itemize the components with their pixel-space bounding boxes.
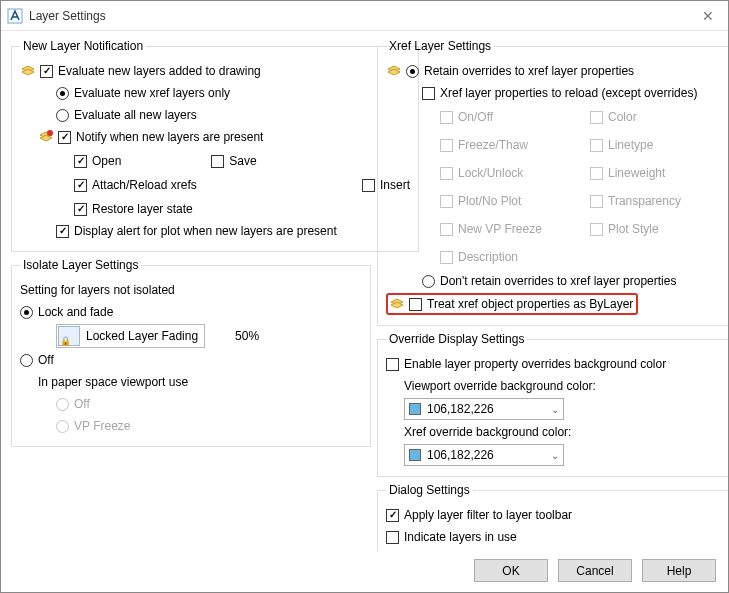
locked-layer-fading-label: Locked Layer Fading <box>86 329 198 343</box>
freeze-label: Freeze/Thaw <box>458 138 528 152</box>
evaluate-new-label: Evaluate new layers added to drawing <box>58 64 261 78</box>
xref-layer-settings-group: Xref Layer Settings Retain overrides to … <box>377 39 728 326</box>
lineweight-checkbox <box>590 167 603 180</box>
xref-color-label: Xref override background color: <box>404 425 571 439</box>
chevron-down-icon: ⌄ <box>551 450 559 461</box>
layers-icon <box>20 63 36 79</box>
color-swatch-icon <box>409 403 421 415</box>
eval-xref-only-radio[interactable] <box>56 87 69 100</box>
group-legend: Dialog Settings <box>386 483 473 497</box>
display-alert-checkbox[interactable]: ✓ <box>56 225 69 238</box>
app-icon <box>7 8 23 24</box>
cancel-button[interactable]: Cancel <box>558 559 632 582</box>
notify-present-checkbox[interactable]: ✓ <box>58 131 71 144</box>
locked-layer-fading-control[interactable]: Locked Layer Fading <box>56 324 205 348</box>
dont-retain-radio[interactable] <box>422 275 435 288</box>
ok-button[interactable]: OK <box>474 559 548 582</box>
off-label: Off <box>38 353 54 367</box>
dialog-settings-group: Dialog Settings ✓ Apply layer filter to … <box>377 483 728 551</box>
retain-radio[interactable] <box>406 65 419 78</box>
newvp-label: New VP Freeze <box>458 222 542 236</box>
xref-reload-label: Xref layer properties to reload (except … <box>440 86 697 100</box>
lock-fade-label: Lock and fade <box>38 305 113 319</box>
eval-xref-only-label: Evaluate new xref layers only <box>74 86 230 100</box>
indicate-layers-label: Indicate layers in use <box>404 530 517 544</box>
plot-label: Plot/No Plot <box>458 194 521 208</box>
lock-checkbox <box>440 167 453 180</box>
plotstyle-label: Plot Style <box>608 222 659 236</box>
ps-off-label: Off <box>74 397 90 411</box>
lock-label: Lock/Unlock <box>458 166 523 180</box>
help-button[interactable]: Help <box>642 559 716 582</box>
layers-notify-icon <box>38 129 54 145</box>
new-layer-notification-group: New Layer Notification ✓ Evaluate new la… <box>11 39 419 252</box>
viewport-color-value: 106,182,226 <box>427 402 494 416</box>
color-label: Color <box>608 110 637 124</box>
freeze-checkbox <box>440 139 453 152</box>
enable-override-label: Enable layer property overrides backgrou… <box>404 357 666 371</box>
insert-checkbox[interactable] <box>362 179 375 192</box>
onoff-checkbox <box>440 111 453 124</box>
locked-layer-thumb-icon <box>58 326 80 346</box>
svg-point-5 <box>47 130 53 136</box>
linetype-label: Linetype <box>608 138 653 152</box>
xref-bylayer-icon <box>389 296 405 312</box>
chevron-down-icon: ⌄ <box>551 404 559 415</box>
save-checkbox[interactable] <box>211 155 224 168</box>
description-checkbox <box>440 251 453 264</box>
group-legend: Isolate Layer Settings <box>20 258 141 272</box>
group-legend: New Layer Notification <box>20 39 146 53</box>
dont-retain-label: Don't retain overrides to xref layer pro… <box>440 274 676 288</box>
notify-present-label: Notify when new layers are present <box>76 130 263 144</box>
apply-filter-checkbox[interactable]: ✓ <box>386 509 399 522</box>
close-icon[interactable]: ✕ <box>694 6 722 26</box>
viewport-color-label: Viewport override background color: <box>404 379 596 393</box>
open-label: Open <box>92 154 121 168</box>
description-label: Description <box>458 250 518 264</box>
attach-reload-checkbox[interactable]: ✓ <box>74 179 87 192</box>
fade-percent: 50% <box>235 329 259 343</box>
vp-freeze-radio <box>56 420 69 433</box>
enable-override-checkbox[interactable] <box>386 358 399 371</box>
display-alert-label: Display alert for plot when new layers a… <box>74 224 337 238</box>
indicate-layers-checkbox[interactable] <box>386 531 399 544</box>
override-display-settings-group: Override Display Settings Enable layer p… <box>377 332 728 477</box>
isolate-layer-settings-group: Isolate Layer Settings Setting for layer… <box>11 258 371 447</box>
xref-layers-icon <box>386 63 402 79</box>
color-swatch-icon <box>409 449 421 461</box>
plotstyle-checkbox <box>590 223 603 236</box>
onoff-label: On/Off <box>458 110 493 124</box>
lock-fade-radio[interactable] <box>20 306 33 319</box>
off-radio[interactable] <box>20 354 33 367</box>
highlight-box: Treat xref object properties as ByLayer <box>386 293 638 315</box>
xref-color-combo[interactable]: 106,182,226 ⌄ <box>404 444 564 466</box>
color-checkbox <box>590 111 603 124</box>
apply-filter-label: Apply layer filter to layer toolbar <box>404 508 572 522</box>
vp-freeze-label: VP Freeze <box>74 419 130 433</box>
lineweight-label: Lineweight <box>608 166 665 180</box>
transparency-label: Transparency <box>608 194 681 208</box>
newvp-checkbox <box>440 223 453 236</box>
eval-all-radio[interactable] <box>56 109 69 122</box>
ps-off-radio <box>56 398 69 411</box>
save-label: Save <box>229 154 256 168</box>
plot-checkbox <box>440 195 453 208</box>
retain-label: Retain overrides to xref layer propertie… <box>424 64 634 78</box>
setting-for-label: Setting for layers not isolated <box>20 283 175 297</box>
treat-bylayer-checkbox[interactable] <box>409 298 422 311</box>
in-paper-label: In paper space viewport use <box>38 375 188 389</box>
open-checkbox[interactable]: ✓ <box>74 155 87 168</box>
viewport-color-combo[interactable]: 106,182,226 ⌄ <box>404 398 564 420</box>
xref-reload-checkbox[interactable] <box>422 87 435 100</box>
treat-bylayer-label: Treat xref object properties as ByLayer <box>427 297 633 311</box>
attach-reload-label: Attach/Reload xrefs <box>92 178 197 192</box>
xref-color-value: 106,182,226 <box>427 448 494 462</box>
linetype-checkbox <box>590 139 603 152</box>
evaluate-new-checkbox[interactable]: ✓ <box>40 65 53 78</box>
group-legend: Xref Layer Settings <box>386 39 494 53</box>
transparency-checkbox <box>590 195 603 208</box>
group-legend: Override Display Settings <box>386 332 527 346</box>
eval-all-label: Evaluate all new layers <box>74 108 197 122</box>
restore-checkbox[interactable]: ✓ <box>74 203 87 216</box>
window-title: Layer Settings <box>29 9 694 23</box>
